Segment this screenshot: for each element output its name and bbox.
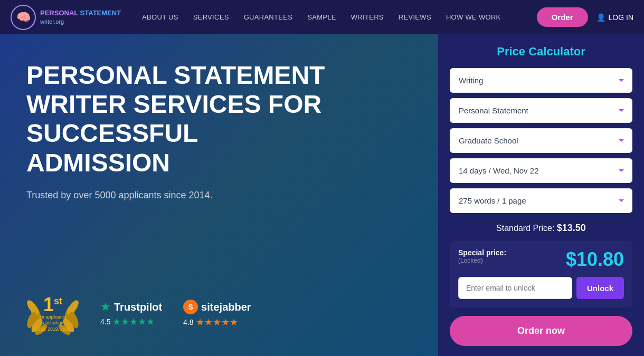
badge-number: 1st xyxy=(43,295,62,314)
trustpilot-name: Trustpilot xyxy=(114,301,162,313)
nav-how-we-work[interactable]: HOW WE WORK xyxy=(446,13,501,21)
nav-about[interactable]: ABOUT US xyxy=(142,13,178,21)
unlock-button[interactable]: Unlock xyxy=(576,277,624,299)
sitejabber-stars: ★★★★★ xyxy=(196,316,238,328)
wreath-text: 1st for applicantssatisfaction:2018, 201… xyxy=(35,295,70,332)
logo-text: PERSONAL STATEMENT writer.org xyxy=(40,9,121,25)
main-content: PERSONAL STATEMENT WRITER SERVICES FOR S… xyxy=(0,34,644,356)
hero-section: PERSONAL STATEMENT WRITER SERVICES FOR S… xyxy=(0,34,438,356)
wreath: 1st for applicantssatisfaction:2018, 201… xyxy=(26,287,79,340)
navbar: 🧠 PERSONAL STATEMENT writer.org ABOUT US… xyxy=(0,0,644,34)
special-price-labels: Special price: (Locked) xyxy=(458,248,506,264)
trustpilot-stars: ★★★★★ xyxy=(112,316,155,328)
badges-row: 1st for applicantssatisfaction:2018, 201… xyxy=(26,287,251,340)
trustpilot-score: 4.5 ★★★★★ xyxy=(100,316,162,328)
order-now-button[interactable]: Order now xyxy=(450,316,632,346)
sitejabber-icon: S xyxy=(183,300,198,314)
sitejabber-badge: S sitejabber 4.8 ★★★★★ xyxy=(183,300,251,328)
document-type-select[interactable]: Personal Statement Cover Letter Essay xyxy=(450,98,632,123)
price-calculator: Price Calculator Writing Editing Proofre… xyxy=(438,34,644,356)
nav-reviews[interactable]: REVIEWS xyxy=(399,13,431,21)
special-price-section: Special price: (Locked) $10.80 Unlock xyxy=(450,241,632,307)
trustpilot-badge: ★ Trustpilot 4.5 ★★★★★ xyxy=(100,300,162,328)
email-input[interactable] xyxy=(458,277,572,299)
nav-writers[interactable]: WRITERS xyxy=(351,13,384,21)
trustpilot-header: ★ Trustpilot xyxy=(100,300,162,314)
nav-links: ABOUT US SERVICES GUARANTEES SAMPLE WRIT… xyxy=(142,13,537,21)
first-place-badge: 1st for applicantssatisfaction:2018, 201… xyxy=(26,287,79,340)
nav-guarantees[interactable]: GUARANTEES xyxy=(244,13,293,21)
sitejabber-name: sitejabber xyxy=(201,301,251,313)
trustpilot-icon: ★ xyxy=(100,300,111,314)
special-price-amount: $10.80 xyxy=(566,248,624,271)
sitejabber-score: 4.8 ★★★★★ xyxy=(183,316,251,328)
service-type-select[interactable]: Writing Editing Proofreading xyxy=(450,68,632,93)
user-icon: 👤 xyxy=(596,13,605,22)
badge-desc: for applicantssatisfaction:2018, 2019, 2… xyxy=(35,314,70,332)
calculator-title: Price Calculator xyxy=(450,45,632,59)
hero-subtitle: Trusted by over 5000 applicants since 20… xyxy=(26,190,412,201)
email-unlock-row: Unlock xyxy=(458,277,624,299)
nav-services[interactable]: SERVICES xyxy=(193,13,229,21)
academic-level-select[interactable]: Graduate School Undergraduate MBA xyxy=(450,128,632,153)
special-price-label: Special price: xyxy=(458,248,506,257)
nav-sample[interactable]: SAMPLE xyxy=(307,13,336,21)
nav-actions: Order 👤 LOG IN xyxy=(537,7,633,27)
deadline-select[interactable]: 14 days / Wed, Nov 22 7 days 3 days 1 da… xyxy=(450,158,632,183)
sitejabber-header: S sitejabber xyxy=(183,300,251,314)
order-button[interactable]: Order xyxy=(537,7,588,27)
login-button[interactable]: 👤 LOG IN xyxy=(596,13,633,22)
standard-price: Standard Price: $13.50 xyxy=(450,223,632,234)
pages-select[interactable]: 275 words / 1 page 550 words / 2 pages 8… xyxy=(450,188,632,213)
hero-title: PERSONAL STATEMENT WRITER SERVICES FOR S… xyxy=(26,61,343,177)
special-price-header: Special price: (Locked) $10.80 xyxy=(458,248,624,271)
locked-label: (Locked) xyxy=(458,257,506,264)
logo[interactable]: 🧠 PERSONAL STATEMENT writer.org xyxy=(11,5,121,30)
logo-icon: 🧠 xyxy=(11,5,36,30)
